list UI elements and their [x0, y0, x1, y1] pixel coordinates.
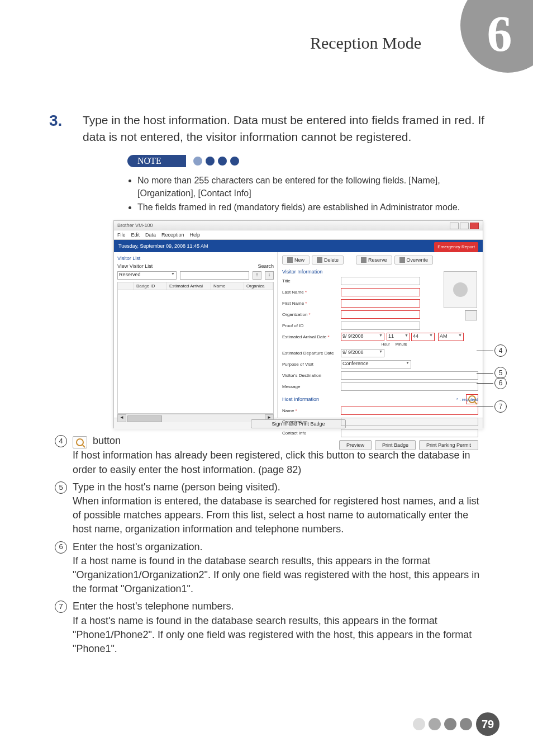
print-badge-button[interactable]: Print Badge — [375, 440, 416, 450]
person-silhouette-icon — [453, 282, 468, 297]
col-organization[interactable]: Organiza — [244, 282, 273, 290]
arrival-hour-select[interactable]: 11 — [387, 333, 410, 341]
step-3: 3. Type in the host information. Data mu… — [49, 112, 488, 146]
col-arrival[interactable]: Estimated Arrival — [167, 282, 211, 290]
arrival-minute-select[interactable]: 44 — [411, 333, 435, 341]
visitor-list-panel: Visitor List View Visitor List Search Re… — [114, 252, 278, 418]
explain-6: 6 Enter the host's organization. If a ho… — [55, 540, 488, 597]
explain-5-body: When information is entered, the databas… — [73, 495, 479, 535]
search-label: Search — [258, 263, 274, 269]
destination-input[interactable] — [341, 371, 478, 380]
list-header: Badge ID Estimated Arrival Name Organiza — [117, 282, 274, 290]
arrival-date-select[interactable]: 9/ 9/2008 — [341, 333, 384, 341]
purpose-select[interactable]: Conference — [341, 360, 411, 368]
maximize-icon[interactable] — [460, 223, 469, 229]
emergency-button[interactable]: Emergency Report — [434, 242, 478, 252]
lastname-input[interactable] — [341, 288, 420, 296]
dot-icon — [460, 718, 472, 730]
arrival-ampm-select[interactable]: AM — [438, 333, 464, 341]
note-item: No more than 255 characters can be enter… — [137, 174, 488, 200]
photo-placeholder — [444, 271, 477, 308]
firstname-label: First Name — [282, 301, 304, 306]
host-org-input[interactable] — [341, 418, 478, 426]
minimize-icon[interactable] — [450, 223, 459, 229]
proof-label: Proof of ID — [282, 323, 341, 328]
dot-icon — [230, 157, 239, 166]
delete-icon — [317, 257, 322, 263]
scroll-left-icon[interactable]: ◄ — [117, 414, 126, 422]
scroll-thumb[interactable] — [127, 415, 162, 422]
screenshot-container: Brother VM-100 File Edit Data Reception … — [113, 220, 482, 428]
step-body: Type in the host information. Data must … — [83, 112, 488, 146]
menu-help[interactable]: Help — [190, 230, 201, 239]
host-name-label: Name — [282, 408, 294, 413]
visitor-list-heading: Visitor List — [117, 256, 274, 261]
menu-edit[interactable]: Edit — [131, 230, 140, 239]
message-input[interactable] — [341, 382, 478, 391]
search-input[interactable] — [180, 271, 249, 280]
message-label: Message — [282, 384, 341, 389]
preview-button[interactable]: Preview — [339, 440, 372, 450]
firstname-input[interactable] — [341, 299, 420, 308]
down-arrow-button[interactable]: ↓ — [265, 271, 274, 280]
view-list-select[interactable]: Reserved — [117, 271, 177, 280]
callout-7: 7 — [494, 400, 507, 413]
departure-label: Estimated Departure Date — [282, 351, 341, 356]
hour-caption: Hour — [378, 342, 393, 346]
note-item: The fields framed in red (mandatory fiel… — [137, 201, 488, 214]
button-row: Preview Print Badge Print Parking Permit — [282, 440, 478, 450]
host-contact-label: Contact Info — [282, 431, 341, 436]
callout-4: 4 — [494, 344, 507, 357]
list-body[interactable] — [117, 290, 274, 414]
host-contact-input[interactable] — [341, 429, 478, 437]
title-input[interactable] — [341, 277, 420, 285]
status-datetime: Tuesday, September 09, 2008 11:45 AM — [118, 240, 208, 252]
chapter-title: Reception Mode — [310, 34, 421, 53]
host-name-input[interactable] — [341, 407, 478, 415]
search-icon-inline — [73, 436, 87, 448]
window-titlebar: Brother VM-100 — [114, 221, 483, 230]
overwrite-button[interactable]: Overwrite — [394, 256, 434, 264]
explain-7: 7 Enter the host's telephone numbers. If… — [55, 599, 488, 656]
dot-icon — [429, 718, 441, 730]
note-label: NOTE — [127, 155, 186, 167]
marker-7: 7 — [55, 601, 67, 613]
status-bar: Tuesday, September 09, 2008 11:45 AM Eme… — [114, 240, 483, 252]
close-icon[interactable] — [470, 223, 479, 229]
reserve-button[interactable]: Reserve — [356, 256, 392, 264]
proof-input[interactable] — [341, 322, 420, 330]
new-button[interactable]: New — [282, 256, 310, 264]
up-arrow-button[interactable]: ↑ — [253, 271, 261, 280]
page-header: Reception Mode 6 — [0, 0, 533, 78]
dot-icon — [206, 157, 215, 166]
step-number: 3. — [49, 112, 83, 130]
delete-button[interactable]: Delete — [312, 256, 344, 264]
horizontal-scrollbar[interactable]: ◄ ► — [117, 414, 274, 422]
destination-label: Visitor's Destination — [282, 373, 341, 378]
page-footer-dots: 79 — [411, 712, 499, 736]
col-name[interactable]: Name — [211, 282, 244, 290]
form-toolbar: New Delete Reserve Overwrite — [282, 256, 478, 264]
col-badge[interactable]: Badge ID — [134, 282, 167, 290]
print-permit-button[interactable]: Print Parking Permit — [419, 440, 478, 450]
explain-5: 5 Type in the host's name (person being … — [55, 480, 488, 537]
explain-4-body: If host information has already been reg… — [73, 450, 470, 475]
menu-data[interactable]: Data — [145, 230, 156, 239]
app-window: Brother VM-100 File Edit Data Reception … — [113, 220, 483, 428]
marker-5: 5 — [55, 481, 67, 494]
dot-icon — [444, 718, 456, 730]
explain-6-title: Enter the host's organization. — [73, 541, 203, 552]
dot-icon — [413, 718, 425, 730]
view-list-label: View Visitor List — [117, 263, 156, 269]
explain-7-title: Enter the host's telephone numbers. — [73, 601, 234, 612]
departure-date-select[interactable]: 9/ 9/2008 — [341, 349, 384, 357]
window-title: Brother VM-100 — [117, 221, 153, 230]
menu-file[interactable]: File — [117, 230, 126, 239]
note-section: NOTE No more than 255 characters can be … — [127, 154, 488, 214]
organization-input[interactable] — [341, 310, 420, 319]
org-label: Organization — [282, 312, 307, 317]
arrival-label: Estimated Arrival Date — [282, 334, 326, 339]
camera-button[interactable] — [465, 310, 477, 320]
explanation-list: 4 button If host information has already… — [55, 434, 488, 656]
menu-reception[interactable]: Reception — [161, 230, 184, 239]
